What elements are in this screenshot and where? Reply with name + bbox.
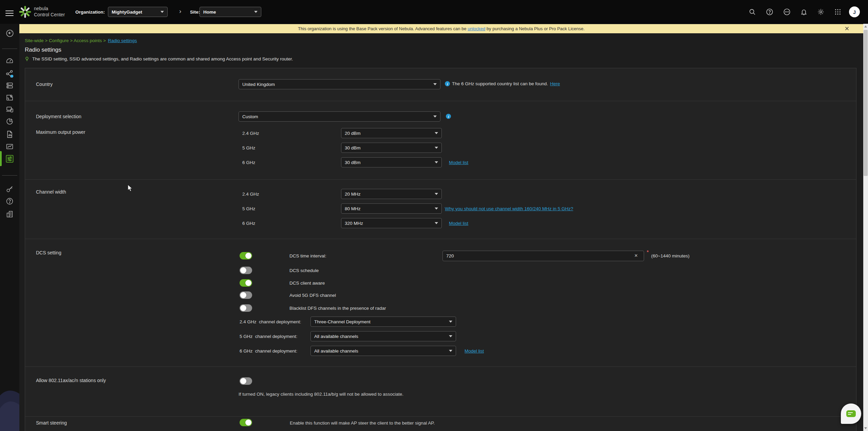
- power-24ghz-select[interactable]: 20 dBm: [341, 128, 442, 138]
- power-5ghz-select[interactable]: 30 dBm: [341, 143, 442, 153]
- help-icon[interactable]: [766, 8, 773, 16]
- scrollbar-thumb[interactable]: [864, 30, 868, 176]
- country-select[interactable]: United Kingdom: [239, 79, 440, 89]
- dcs-schedule-toggle[interactable]: [240, 267, 252, 274]
- apps-grid-icon[interactable]: [834, 8, 842, 16]
- live-chat-button[interactable]: [841, 403, 861, 424]
- sidebar-item-magic[interactable]: [0, 27, 19, 39]
- power-6ghz-select[interactable]: 30 dBm: [341, 157, 442, 167]
- analytics-icon: [5, 142, 14, 151]
- chevron-down-icon: [449, 350, 452, 352]
- more-icon[interactable]: [783, 8, 791, 16]
- sidebar-item-dashboard[interactable]: [0, 55, 19, 67]
- sidebar-item-license-keys[interactable]: [0, 183, 19, 195]
- page-tip: The SSID setting, SSID advanced settings…: [24, 56, 293, 62]
- chevron-down-icon: [435, 193, 438, 195]
- chevron-down-icon: [254, 11, 258, 13]
- allow-80211-note: If turned ON, legacy clients including 8…: [239, 392, 403, 397]
- scroll-up-icon[interactable]: [864, 25, 867, 28]
- smart-steering-label: Smart steering: [36, 420, 67, 426]
- info-icon: i: [446, 114, 451, 119]
- section-divider: [25, 101, 856, 101]
- left-nav-sidebar: [0, 24, 19, 431]
- banner-close-icon[interactable]: [844, 26, 850, 31]
- account-avatar[interactable]: J: [849, 6, 860, 17]
- chevron-down-icon: [435, 208, 438, 210]
- sidebar-item-support[interactable]: [0, 195, 19, 207]
- country-list-link[interactable]: Here: [550, 81, 560, 86]
- deploy-model-list-link[interactable]: Model list: [465, 348, 484, 354]
- deploy-5ghz-label: 5 GHz channel deployment:: [240, 334, 297, 339]
- deploy-6ghz-select[interactable]: All available channels: [310, 346, 456, 356]
- radio-settings-icon: [5, 154, 14, 163]
- nebula-logo: [19, 5, 32, 18]
- main-content: Site-wide > Configure > Access points >R…: [19, 33, 863, 431]
- topology-icon: [5, 70, 14, 78]
- sidebar-item-report[interactable]: [0, 128, 19, 140]
- hamburger-menu-icon[interactable]: [5, 9, 14, 18]
- deploy-24ghz-select[interactable]: Three-Channel Deployment: [310, 317, 456, 327]
- clear-input-icon[interactable]: ✕: [634, 253, 638, 258]
- width-5ghz-select[interactable]: 80 MHz: [341, 203, 442, 214]
- sidebar-divider: [2, 49, 17, 49]
- toggle-knob: [240, 267, 246, 273]
- notifications-icon[interactable]: [800, 8, 808, 16]
- settings-icon[interactable]: [817, 8, 825, 16]
- sidebar-item-usage[interactable]: [0, 115, 19, 127]
- search-icon[interactable]: [749, 8, 756, 16]
- chevron-down-icon: [435, 222, 438, 224]
- breadcrumb-current-link[interactable]: Radio settings: [108, 38, 137, 43]
- chevron-down-icon: [433, 83, 437, 85]
- toggle-knob: [240, 305, 246, 311]
- country-info: i The 6 GHz supported country list can b…: [445, 81, 560, 86]
- smart-steering-note: Enable this function will make AP steer …: [290, 420, 435, 426]
- dcs-client-aware-toggle[interactable]: [240, 279, 252, 287]
- deploy-24ghz-label: 2.4 GHz channel deployment:: [240, 319, 301, 324]
- avoid-5g-dfs-toggle[interactable]: [240, 291, 252, 299]
- organization-select[interactable]: MightyGadget: [108, 7, 168, 17]
- width-model-list-link[interactable]: Model list: [449, 221, 468, 226]
- deployment-select[interactable]: Custom: [239, 111, 440, 122]
- channel-width-warning-link[interactable]: Why you should not use channel width 160…: [445, 206, 573, 211]
- toggle-knob: [240, 292, 246, 298]
- map-icon: [5, 93, 14, 102]
- top-header: nebula Control Center Organization: Migh…: [0, 0, 868, 24]
- power-model-list-link[interactable]: Model list: [449, 160, 468, 165]
- vertical-scrollbar[interactable]: [863, 24, 868, 431]
- sidebar-item-radio-settings-active[interactable]: [0, 152, 19, 165]
- sidebar-item-analytics[interactable]: [0, 140, 19, 152]
- sidebar-item-map[interactable]: [0, 91, 19, 104]
- smart-steering-toggle[interactable]: [240, 419, 252, 426]
- sidebar-divider: [2, 175, 17, 176]
- deploy-6ghz-label: 6 GHz channel deployment:: [240, 348, 297, 354]
- max-output-power-label: Maximum output power: [36, 129, 86, 135]
- mouse-cursor: [127, 184, 134, 192]
- band-label: 6 GHz: [242, 160, 255, 165]
- site-select[interactable]: Home: [200, 7, 261, 17]
- band-label: 2.4 GHz: [242, 192, 259, 197]
- allow-80211-toggle[interactable]: [240, 377, 252, 385]
- sidebar-item-organization[interactable]: [0, 208, 19, 220]
- sidebar-item-clients[interactable]: [0, 103, 19, 115]
- band-label: 5 GHz: [242, 206, 255, 211]
- app-title: nebula Control Center: [34, 5, 65, 18]
- chevron-down-icon: [161, 11, 164, 13]
- license-key-icon: [5, 185, 14, 193]
- dcs-interval-range-hint: (60~1440 minutes): [651, 253, 690, 258]
- dcs-time-interval-toggle[interactable]: [240, 252, 252, 259]
- scroll-down-icon[interactable]: [864, 427, 867, 429]
- sidebar-item-devices[interactable]: [0, 79, 19, 91]
- width-6ghz-select[interactable]: 320 MHz: [341, 218, 442, 228]
- devices-icon: [5, 81, 14, 90]
- page-title: Radio settings: [25, 47, 61, 53]
- blacklist-dfs-toggle[interactable]: [240, 304, 252, 312]
- dcs-time-interval-input[interactable]: [442, 251, 644, 261]
- dcs-time-interval-label: DCS time interval:: [289, 253, 326, 258]
- width-24ghz-select[interactable]: 20 MHz: [341, 189, 442, 199]
- chevron-down-icon: [435, 132, 438, 134]
- magic-icon: [5, 29, 14, 38]
- unlocked-link[interactable]: unlocked: [468, 26, 485, 31]
- deploy-5ghz-select[interactable]: All available channels: [310, 331, 456, 341]
- dashboard-icon: [5, 57, 14, 65]
- sidebar-item-topology[interactable]: [0, 68, 19, 80]
